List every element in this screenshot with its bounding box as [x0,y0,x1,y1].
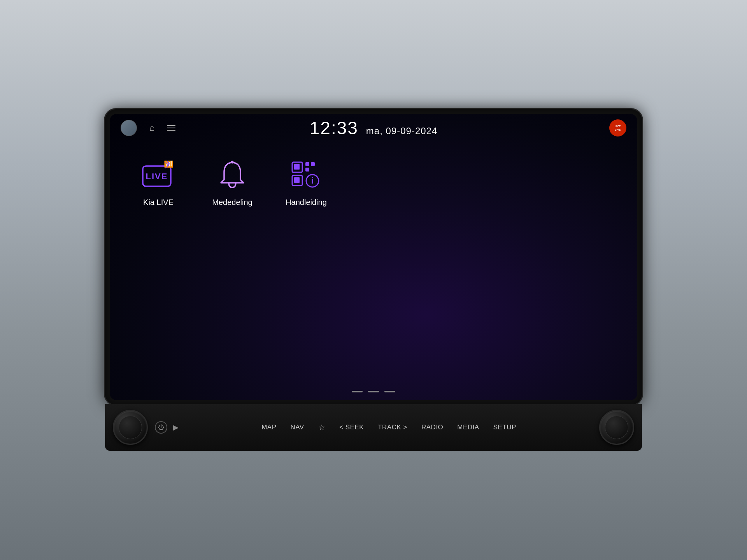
left-knob[interactable] [113,410,148,445]
svg-rect-11 [305,162,309,166]
hardware-buttons: MAP NAV ☆ < SEEK TRACK > RADIO MEDIA SET… [179,420,599,435]
handleiding-icon-container: i [289,158,324,192]
pagination-dot-3[interactable] [384,391,395,392]
app-item-mededeling[interactable]: Mededeling [207,158,258,207]
time-display: 12:33 [310,117,358,138]
left-knob-inner [119,416,142,439]
screen-bezel: ⌂ 12:33 ma, 09-09-2024 UVE [105,109,642,405]
right-knob-inner [605,416,628,439]
app-grid: LIVE 📶 Kia LIVE [133,158,331,207]
top-left-icons: ⌂ [121,120,175,136]
svg-text:i: i [311,176,314,186]
qr-icon: i [291,161,322,190]
app-item-handleiding[interactable]: i Handleiding [281,158,331,207]
pagination-dot-1[interactable] [352,391,363,392]
pagination [110,391,637,400]
main-screen: ⌂ 12:33 ma, 09-09-2024 UVE [110,114,637,400]
right-knob[interactable] [599,410,634,445]
menu-icon[interactable] [167,125,175,131]
track-forward-button[interactable]: TRACK > [371,420,414,434]
home-icon[interactable]: ⌂ [149,124,154,132]
svg-text:LIVE: LIVE [615,129,621,131]
svg-rect-12 [311,162,315,166]
radio-button[interactable]: RADIO [414,420,450,434]
mededeling-label: Mededeling [212,198,252,207]
hardware-bar: ⏻ ▶ MAP NAV ☆ < SEEK TRACK > RADIO MEDIA… [105,404,642,451]
svg-point-6 [231,161,233,164]
star-button[interactable]: ☆ [311,420,333,435]
svg-rect-8 [294,164,300,170]
setup-button[interactable]: SETUP [486,420,523,434]
mededeling-icon-container [215,158,250,192]
map-button[interactable]: MAP [254,420,283,434]
svg-text:LIVE: LIVE [146,172,168,181]
car-surround: ⌂ 12:33 ma, 09-09-2024 UVE [0,0,747,560]
kia-live-icon: LIVE 📶 [142,161,175,190]
seek-back-button[interactable]: < SEEK [332,420,371,434]
kia-live-status-badge: UVE LIVE [609,119,626,136]
nav-button[interactable]: NAV [283,420,311,434]
app-item-kia-live[interactable]: LIVE 📶 Kia LIVE [133,158,184,207]
kia-live-icon-container: LIVE 📶 [141,158,176,192]
media-button[interactable]: MEDIA [450,420,486,434]
top-bar: ⌂ 12:33 ma, 09-09-2024 UVE [110,114,637,142]
svg-point-0 [611,121,624,135]
volume-triangle[interactable]: ▶ [173,423,179,432]
profile-avatar[interactable] [121,120,137,136]
power-button[interactable]: ⏻ [155,421,167,434]
left-knob-area: ⏻ ▶ [113,410,179,445]
date-display: ma, 09-09-2024 [366,126,437,136]
main-content: LIVE 📶 Kia LIVE [110,142,637,391]
kia-live-label: Kia LIVE [143,198,174,207]
top-right: UVE LIVE [609,119,626,136]
clock-area: 12:33 ma, 09-09-2024 [310,117,438,138]
svg-rect-10 [294,177,300,183]
pagination-dot-2[interactable] [368,391,379,392]
svg-text:UVE: UVE [615,125,621,128]
handleiding-label: Handleiding [286,198,327,207]
svg-rect-13 [305,168,309,172]
bell-icon [218,159,247,191]
